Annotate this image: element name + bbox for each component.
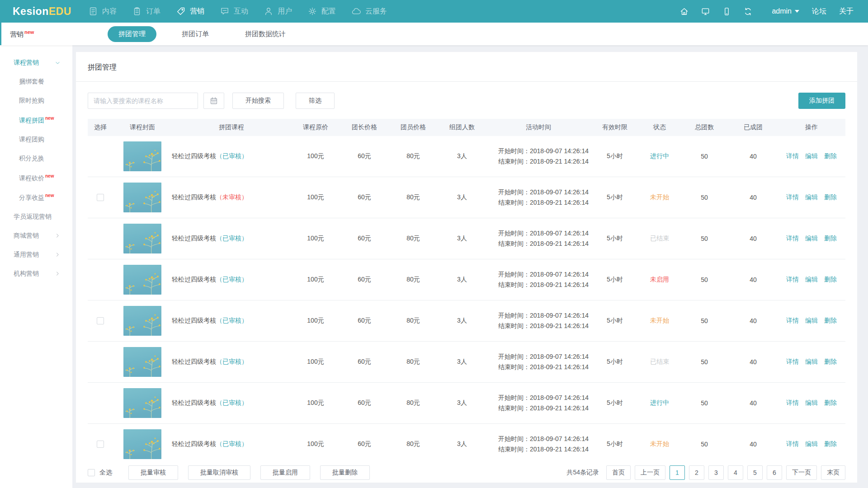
refresh-icon[interactable]: [743, 7, 753, 16]
leader-price: 60元: [340, 358, 389, 366]
topnav-item-配置[interactable]: 配置: [300, 0, 344, 23]
edit-link[interactable]: 编辑: [805, 235, 818, 243]
select-all-checkbox[interactable]: [88, 469, 95, 476]
home-icon[interactable]: [679, 7, 689, 16]
batch-cancel-approve-button[interactable]: 批量取消审核: [188, 465, 250, 480]
date-picker-button[interactable]: [203, 93, 224, 109]
detail-link[interactable]: 详情: [786, 276, 799, 284]
edit-link[interactable]: 编辑: [805, 152, 818, 160]
delete-link[interactable]: 删除: [824, 193, 837, 202]
total-groups: 50: [680, 276, 729, 283]
page-button-3[interactable]: 3: [708, 465, 724, 480]
sidebar-item-课程拼团[interactable]: 课程拼团new: [0, 110, 72, 130]
sidebar-group-通用营销[interactable]: 通用营销: [0, 245, 72, 264]
admin-menu[interactable]: admin: [772, 7, 799, 15]
sidebar-item-课程团购[interactable]: 课程团购: [0, 130, 72, 149]
start-time: 开始时间：2018-09-07 14:26:14: [498, 146, 589, 156]
delete-link[interactable]: 删除: [824, 276, 837, 284]
original-price: 100元: [291, 317, 340, 325]
row-checkbox[interactable]: [97, 317, 104, 324]
column-header: 组团人数: [438, 123, 486, 131]
edit-link[interactable]: 编辑: [805, 193, 818, 202]
delete-link[interactable]: 删除: [824, 152, 837, 160]
page-button-首页[interactable]: 首页: [606, 465, 631, 480]
edit-link[interactable]: 编辑: [805, 276, 818, 284]
monitor-icon[interactable]: [701, 7, 710, 16]
batch-enable-button[interactable]: 批量启用: [260, 465, 310, 480]
add-group-buy-button[interactable]: 添加拼团: [798, 93, 845, 109]
sidebar-group-机构营销[interactable]: 机构营销: [0, 264, 72, 283]
edit-link[interactable]: 编辑: [805, 358, 818, 366]
topnav-item-营销[interactable]: 营销: [168, 0, 212, 23]
delete-link[interactable]: 删除: [824, 358, 837, 366]
filter-button[interactable]: 筛选: [296, 93, 335, 109]
topnav-item-用户[interactable]: 用户: [256, 0, 300, 23]
caret-down-icon: [795, 10, 799, 13]
search-button[interactable]: 开始搜索: [232, 93, 284, 109]
delete-link[interactable]: 删除: [824, 235, 837, 243]
delete-link[interactable]: 删除: [824, 440, 837, 448]
topnav-item-云服务[interactable]: 云服务: [344, 0, 395, 23]
forum-link[interactable]: 论坛: [812, 7, 826, 16]
tab-拼团数据统计[interactable]: 拼团数据统计: [234, 26, 297, 42]
completed-groups: 40: [729, 441, 778, 448]
total-groups: 50: [680, 441, 729, 448]
detail-link[interactable]: 详情: [786, 193, 799, 202]
gear-icon: [307, 6, 317, 16]
page-button-4[interactable]: 4: [728, 465, 743, 480]
page-button-6[interactable]: 6: [767, 465, 782, 480]
total-groups: 50: [680, 153, 729, 160]
page-button-2[interactable]: 2: [689, 465, 704, 480]
detail-link[interactable]: 详情: [786, 317, 799, 325]
about-link[interactable]: 关于: [839, 7, 854, 16]
sidebar-group-课程营销[interactable]: 课程营销: [0, 53, 72, 72]
course-cover-image: [123, 265, 161, 295]
topnav-item-订单[interactable]: 订单: [124, 0, 168, 23]
batch-delete-button[interactable]: 批量删除: [320, 465, 370, 480]
edit-link[interactable]: 编辑: [805, 399, 818, 407]
page-button-末页[interactable]: 末页: [821, 465, 845, 480]
tab-拼团订单[interactable]: 拼团订单: [171, 26, 220, 42]
page-title: 拼团管理: [88, 52, 845, 81]
detail-link[interactable]: 详情: [786, 399, 799, 407]
original-price: 100元: [291, 235, 340, 243]
row-checkbox[interactable]: [97, 441, 104, 448]
sidebar-item-积分兑换[interactable]: 积分兑换: [0, 149, 72, 168]
chat-icon: [220, 6, 230, 16]
topnav-item-内容[interactable]: 内容: [80, 0, 124, 23]
delete-link[interactable]: 删除: [824, 399, 837, 407]
valid-duration: 5小时: [590, 440, 639, 448]
select-all[interactable]: 全选: [88, 469, 112, 477]
sidebar-group-学员返现营销[interactable]: 学员返现营销: [0, 207, 72, 226]
member-price: 80元: [389, 399, 438, 407]
app-logo[interactable]: KesionEDU: [0, 5, 80, 18]
sidebar-group-商城营销[interactable]: 商城营销: [0, 226, 72, 245]
page-button-1[interactable]: 1: [670, 465, 685, 480]
page-button-5[interactable]: 5: [747, 465, 763, 480]
logo-text-edu: EDU: [49, 5, 71, 17]
sidebar-item-限时抢购[interactable]: 限时抢购: [0, 91, 72, 110]
row-checkbox[interactable]: [97, 194, 104, 201]
detail-link[interactable]: 详情: [786, 152, 799, 160]
sidebar-item-分享收益[interactable]: 分享收益new: [0, 188, 72, 207]
topnav-item-互动[interactable]: 互动: [212, 0, 256, 23]
edit-link[interactable]: 编辑: [805, 440, 818, 448]
detail-link[interactable]: 详情: [786, 440, 799, 448]
batch-approve-button[interactable]: 批量审核: [128, 465, 178, 480]
sidebar-item-捆绑套餐[interactable]: 捆绑套餐: [0, 72, 72, 91]
tab-拼团管理[interactable]: 拼团管理: [108, 26, 156, 42]
page-button-下一页[interactable]: 下一页: [786, 465, 817, 480]
leader-price: 60元: [340, 152, 389, 160]
group-size: 3人: [438, 317, 486, 325]
detail-link[interactable]: 详情: [786, 235, 799, 243]
edit-link[interactable]: 编辑: [805, 317, 818, 325]
page-button-上一页[interactable]: 上一页: [635, 465, 665, 480]
start-time: 开始时间：2018-09-07 14:26:14: [498, 228, 589, 239]
search-input[interactable]: [88, 93, 198, 109]
sidebar-item-课程砍价[interactable]: 课程砍价new: [0, 168, 72, 188]
sidebar: 课程营销 捆绑套餐 限时抢购 课程拼团new 课程团购 积分兑换 课程砍价new…: [0, 45, 72, 488]
new-badge: new: [24, 29, 34, 35]
delete-link[interactable]: 删除: [824, 317, 837, 325]
detail-link[interactable]: 详情: [786, 358, 799, 366]
phone-icon[interactable]: [722, 7, 731, 16]
